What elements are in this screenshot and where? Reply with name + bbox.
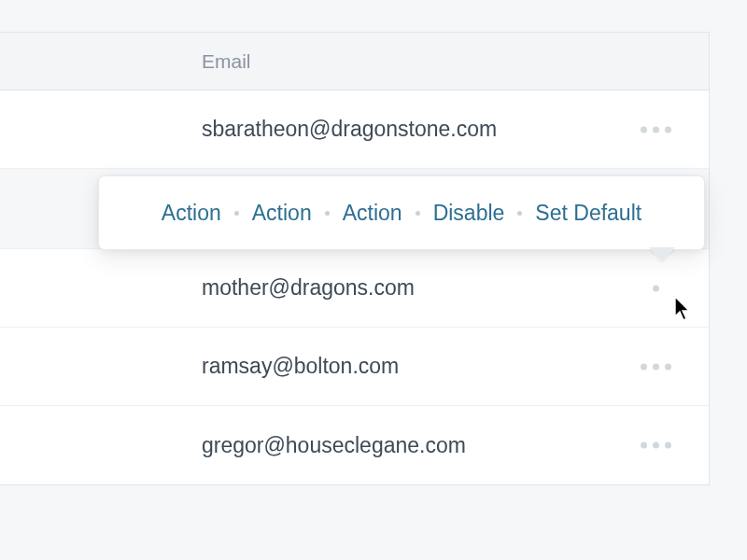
popover-items: Action Action Action Disable Set Default [162, 201, 641, 226]
email-cell: gregor@houseclegane.com [202, 433, 466, 458]
popover-action[interactable]: Action [343, 201, 402, 226]
popover-action-set-default[interactable]: Set Default [535, 201, 641, 226]
popover-arrow-icon [650, 248, 674, 260]
email-cell: mother@dragons.com [202, 275, 415, 301]
email-table: Email sbaratheon@dragonstone.com mother@… [0, 32, 710, 485]
column-header-email: Email [202, 50, 251, 73]
dot-separator-icon [325, 211, 330, 216]
dot-separator-icon [517, 211, 522, 216]
more-actions-icon[interactable] [641, 126, 671, 133]
table-row: ramsay@bolton.com [0, 328, 709, 406]
table-row: gregor@houseclegane.com [0, 406, 709, 484]
email-cell: ramsay@bolton.com [202, 354, 399, 379]
more-actions-icon[interactable] [641, 442, 671, 449]
table-header: Email [0, 33, 709, 91]
popover-action[interactable]: Action [252, 201, 312, 226]
row-actions-popover: Action Action Action Disable Set Default [98, 175, 705, 250]
email-cell: sbaratheon@dragonstone.com [202, 117, 497, 142]
popover-action[interactable]: Action [162, 201, 221, 226]
popover-action-disable[interactable]: Disable [433, 201, 505, 226]
table-row: mother@dragons.com [0, 249, 709, 328]
table-row: sbaratheon@dragonstone.com [0, 91, 709, 169]
dot-separator-icon [234, 211, 239, 216]
dot-separator-icon [416, 211, 420, 216]
more-actions-icon[interactable] [641, 363, 671, 370]
more-actions-icon[interactable] [641, 285, 671, 291]
